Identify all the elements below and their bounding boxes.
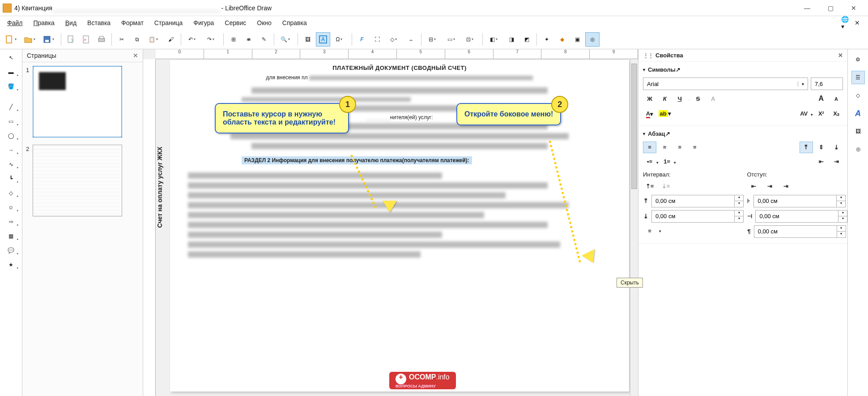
space-above-input[interactable]: ▴▾ bbox=[651, 195, 744, 207]
open-button[interactable]: ▾ bbox=[21, 32, 39, 47]
sec-para-title[interactable]: Абзац bbox=[648, 130, 665, 137]
menu-file[interactable]: Файл bbox=[3, 17, 27, 28]
align-center-button[interactable]: ≡ bbox=[658, 142, 672, 153]
sidebar-gallery-icon[interactable]: 🖼 bbox=[851, 125, 865, 138]
align-left-button[interactable]: ≡ bbox=[643, 142, 656, 153]
strike-button[interactable]: S bbox=[691, 93, 705, 105]
gluepoint-button[interactable]: ✦ bbox=[540, 32, 554, 47]
canvas[interactable]: 0123456789 Счет на оплату услуг ЖКХ ПЛАТ… bbox=[143, 49, 638, 396]
char-spacing-button[interactable]: AV bbox=[797, 108, 811, 120]
save-button[interactable]: ▾ bbox=[40, 32, 58, 47]
page-thumb-1[interactable] bbox=[33, 66, 122, 138]
menu-insert[interactable]: Вставка bbox=[83, 17, 115, 28]
valign-middle-button[interactable]: ⇕ bbox=[814, 142, 828, 153]
valign-top-button[interactable]: ⤒ bbox=[800, 142, 813, 153]
indent-before-input[interactable]: ▴▾ bbox=[753, 195, 846, 207]
print-button[interactable] bbox=[94, 32, 109, 47]
filter-button[interactable]: ◩ bbox=[519, 32, 534, 47]
points-button[interactable]: ◇▾ bbox=[385, 32, 403, 47]
indent-left-icon[interactable]: ⇤ bbox=[747, 181, 760, 192]
image-button[interactable]: 🖼 bbox=[301, 32, 315, 47]
connector-tool[interactable]: ┗▸ bbox=[4, 173, 19, 185]
superscript-button[interactable]: X² bbox=[814, 108, 828, 120]
menu-page[interactable]: Страница bbox=[150, 17, 187, 28]
snap-button[interactable]: ⩩ bbox=[242, 32, 256, 47]
indent-increase-button[interactable]: ⇥ bbox=[830, 156, 843, 168]
export-pdf-button[interactable]: P bbox=[79, 32, 94, 47]
arrange-button[interactable]: ▭▾ bbox=[443, 32, 461, 47]
guides-button[interactable]: ✎ bbox=[257, 32, 271, 47]
zoom-button[interactable]: 🔍▾ bbox=[277, 32, 295, 47]
properties-close[interactable]: ✕ bbox=[838, 52, 843, 59]
shadow-button[interactable]: ◨ bbox=[504, 32, 519, 47]
indent-right-icon[interactable]: ⇥ bbox=[763, 181, 776, 192]
line-tool[interactable]: ╱▸ bbox=[4, 101, 19, 113]
bullet-list-button[interactable]: •≡ bbox=[643, 156, 656, 168]
copy-button[interactable]: ⧉ bbox=[130, 32, 144, 47]
select-tool[interactable]: ↖ bbox=[4, 52, 19, 64]
number-list-button[interactable]: 1≡ bbox=[660, 156, 674, 168]
underline-button[interactable]: Ч bbox=[673, 93, 686, 105]
indent-after-input[interactable]: ▴▾ bbox=[755, 210, 847, 223]
align-right-button[interactable]: ≡ bbox=[673, 142, 686, 153]
cut-button[interactable]: ✂ bbox=[115, 32, 129, 47]
spacing-inc-icon[interactable]: ⇡≡ bbox=[643, 181, 656, 192]
group-button[interactable]: ⊡▾ bbox=[462, 32, 480, 47]
paste-button[interactable]: 📋▾ bbox=[145, 32, 163, 47]
indent-firstline-input[interactable]: ▴▾ bbox=[754, 225, 846, 238]
curve-tool[interactable]: ∿▸ bbox=[4, 159, 19, 170]
pages-panel-close[interactable]: ✕ bbox=[133, 52, 138, 59]
grid-button[interactable]: ⊞ bbox=[226, 32, 241, 47]
line-spacing-button[interactable]: ≡ bbox=[643, 225, 656, 237]
menu-format[interactable]: Формат bbox=[117, 17, 148, 28]
menu-tools[interactable]: Сервис bbox=[220, 17, 251, 28]
distribute-button[interactable]: ⫠ bbox=[404, 32, 418, 47]
new-button[interactable]: ▾ bbox=[3, 32, 21, 47]
indent-first-icon[interactable]: ⇥ bbox=[779, 181, 792, 192]
line-color-tool[interactable]: ▬▸ bbox=[4, 66, 19, 78]
flip-button[interactable]: ▣ bbox=[570, 32, 584, 47]
flowchart-tool[interactable]: ▦▸ bbox=[4, 230, 19, 242]
export-button[interactable] bbox=[64, 32, 78, 47]
menu-view[interactable]: Вид bbox=[61, 17, 81, 28]
font-grow-button[interactable]: A bbox=[814, 93, 828, 104]
indent-decrease-button[interactable]: ⇤ bbox=[814, 156, 828, 168]
page-thumb-2[interactable] bbox=[33, 145, 122, 216]
undo-button[interactable]: ↶▾ bbox=[184, 32, 202, 47]
doc-section-2[interactable]: РАЗДЕЛ 2 Информация для внесения получат… bbox=[242, 156, 472, 164]
symbol-shapes-tool[interactable]: ☺▸ bbox=[4, 202, 19, 213]
callout-tool[interactable]: 💬▸ bbox=[4, 245, 19, 256]
valign-bottom-button[interactable]: ⤓ bbox=[830, 142, 843, 153]
redo-button[interactable]: ↷▾ bbox=[203, 32, 221, 47]
highlight-color-button[interactable]: ab▾ bbox=[658, 108, 672, 119]
globe-icon[interactable]: 🌐▾ bbox=[841, 18, 850, 27]
block-arrows-tool[interactable]: ⇨▸ bbox=[4, 216, 19, 228]
menu-window[interactable]: Окно bbox=[252, 17, 276, 28]
shadow-button[interactable]: A bbox=[706, 93, 720, 105]
menu-edit[interactable]: Правка bbox=[29, 17, 59, 28]
ellipse-tool[interactable]: ◯▸ bbox=[4, 130, 19, 142]
font-size-input[interactable]: ▾ bbox=[811, 77, 843, 90]
basic-shapes-tool[interactable]: ◇▸ bbox=[4, 187, 19, 199]
sec-chars-title[interactable]: Символы bbox=[648, 66, 676, 73]
subscript-button[interactable]: X₂ bbox=[830, 108, 843, 120]
star-tool[interactable]: ★▸ bbox=[4, 259, 19, 271]
sidebar-shapes-icon[interactable]: ◇ bbox=[851, 89, 865, 102]
spacing-dec-icon[interactable]: ⇣≡ bbox=[659, 181, 672, 192]
menu-help[interactable]: Справка bbox=[278, 17, 311, 28]
sidebar-properties-icon[interactable]: ☰ bbox=[851, 71, 865, 84]
arrow-tool[interactable]: →▸ bbox=[4, 144, 19, 156]
close-button[interactable]: ✕ bbox=[842, 1, 865, 15]
menu-shape[interactable]: Фигура bbox=[189, 17, 218, 28]
align-button[interactable]: ⊟▾ bbox=[424, 32, 442, 47]
crop-button[interactable]: ⛶ bbox=[370, 32, 384, 47]
fontwork-button[interactable]: F bbox=[355, 32, 369, 47]
close-doc-icon[interactable]: ✕ bbox=[853, 18, 862, 27]
font-name-input[interactable]: ▾ bbox=[643, 77, 808, 90]
bold-button[interactable]: Ж bbox=[643, 93, 656, 105]
italic-button[interactable]: К bbox=[658, 93, 672, 105]
clone-format-button[interactable]: 🖌 bbox=[164, 32, 178, 47]
sidebar-settings-icon[interactable]: ⚙ bbox=[851, 53, 865, 66]
space-below-input[interactable]: ▴▾ bbox=[651, 210, 744, 223]
toggle-draw-button[interactable]: ◎ bbox=[585, 32, 600, 47]
